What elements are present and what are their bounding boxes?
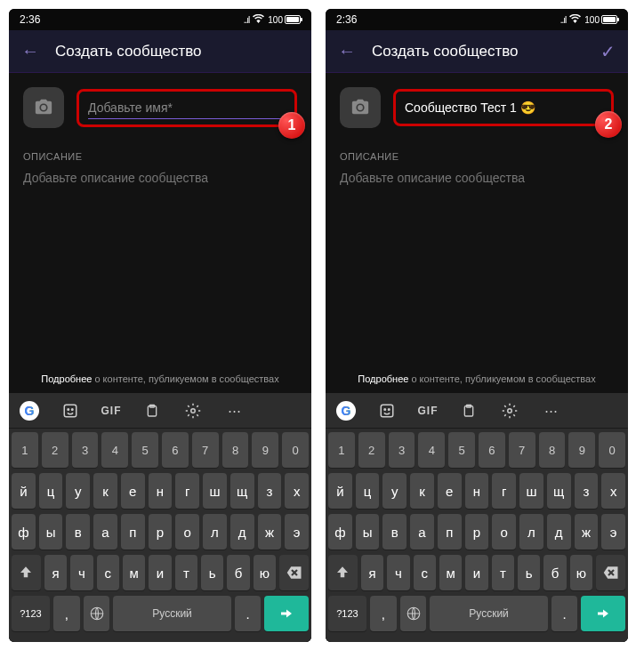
key-э[interactable]: э [285, 514, 309, 550]
period-key[interactable]: . [235, 596, 262, 631]
key-5[interactable]: 5 [132, 432, 158, 468]
key-3[interactable]: 3 [389, 432, 415, 468]
key-щ[interactable]: щ [547, 473, 571, 509]
key-6[interactable]: 6 [479, 432, 505, 468]
clipboard-icon[interactable] [139, 403, 165, 419]
settings-icon[interactable] [496, 403, 523, 419]
clipboard-icon[interactable] [455, 403, 482, 419]
key-я[interactable]: я [361, 555, 383, 590]
key-н[interactable]: н [465, 473, 489, 509]
key-6[interactable]: 6 [162, 432, 189, 468]
key-й[interactable]: й [12, 473, 36, 509]
key-с[interactable]: с [414, 555, 436, 590]
sticker-icon[interactable] [57, 403, 84, 419]
key-7[interactable]: 7 [192, 432, 219, 468]
key-ш[interactable]: ш [519, 473, 543, 509]
key-5[interactable]: 5 [448, 432, 475, 468]
key-ю[interactable]: ю [254, 555, 276, 590]
add-photo-button[interactable] [340, 87, 381, 128]
key-г[interactable]: г [492, 473, 516, 509]
key-7[interactable]: 7 [509, 432, 535, 468]
key-а[interactable]: а [93, 514, 117, 550]
confirm-check-icon[interactable]: ✓ [600, 41, 616, 62]
key-ж[interactable]: ж [258, 514, 282, 550]
footer-text[interactable]: Подробнее о контенте, публикуемом в сооб… [9, 365, 311, 393]
key-с[interactable]: с [97, 555, 119, 590]
key-р[interactable]: р [149, 514, 173, 550]
space-key[interactable]: Русский [430, 596, 547, 631]
key-у[interactable]: у [382, 473, 407, 509]
language-key[interactable] [84, 596, 110, 631]
key-ж[interactable]: ж [575, 514, 599, 550]
key-ш[interactable]: ш [203, 473, 227, 509]
language-key[interactable] [400, 596, 427, 631]
key-х[interactable]: х [285, 473, 309, 509]
google-icon[interactable]: G [16, 401, 43, 421]
back-arrow-icon[interactable]: ← [21, 41, 39, 61]
key-т[interactable]: т [175, 555, 197, 590]
key-о[interactable]: о [492, 514, 516, 550]
key-э[interactable]: э [601, 514, 625, 550]
key-3[interactable]: 3 [72, 432, 99, 468]
key-б[interactable]: б [543, 555, 566, 590]
more-icon[interactable]: ⋯ [221, 403, 247, 419]
key-ь[interactable]: ь [201, 555, 223, 590]
key-о[interactable]: о [175, 514, 199, 550]
key-г[interactable]: г [175, 473, 199, 509]
key-ч[interactable]: ч [387, 555, 409, 590]
key-1[interactable]: 1 [328, 432, 355, 468]
backspace-key[interactable] [279, 555, 309, 590]
sticker-icon[interactable] [374, 403, 400, 419]
key-к[interactable]: к [93, 473, 117, 509]
key-4[interactable]: 4 [101, 432, 128, 468]
key-а[interactable]: а [410, 514, 434, 550]
key-п[interactable]: п [438, 514, 462, 550]
key-р[interactable]: р [465, 514, 489, 550]
key-4[interactable]: 4 [418, 432, 445, 468]
key-м[interactable]: м [123, 555, 145, 590]
key-ц[interactable]: ц [39, 473, 63, 509]
key-ц[interactable]: ц [356, 473, 380, 509]
community-name-input[interactable]: Сообщество Тест 1 😎 [405, 97, 602, 118]
key-ф[interactable]: ф [328, 514, 352, 550]
shift-key[interactable] [328, 555, 358, 590]
key-я[interactable]: я [44, 555, 67, 590]
key-и[interactable]: и [465, 555, 487, 590]
description-input[interactable] [326, 167, 628, 199]
symbols-key[interactable]: ?123 [12, 596, 50, 631]
key-б[interactable]: б [227, 555, 249, 590]
description-input[interactable] [9, 167, 311, 199]
back-arrow-icon[interactable]: ← [338, 41, 356, 61]
key-й[interactable]: й [328, 473, 352, 509]
key-0[interactable]: 0 [599, 432, 625, 468]
key-т[interactable]: т [492, 555, 514, 590]
key-ы[interactable]: ы [356, 514, 380, 550]
gif-icon[interactable]: GIF [415, 405, 441, 417]
comma-key[interactable]: , [370, 596, 397, 631]
more-icon[interactable]: ⋯ [537, 403, 564, 419]
key-е[interactable]: е [121, 473, 145, 509]
symbols-key[interactable]: ?123 [328, 596, 366, 631]
key-е[interactable]: е [438, 473, 462, 509]
key-ь[interactable]: ь [518, 555, 540, 590]
community-name-input[interactable] [88, 97, 286, 119]
key-ч[interactable]: ч [70, 555, 93, 590]
key-2[interactable]: 2 [42, 432, 68, 468]
comma-key[interactable]: , [53, 596, 80, 631]
gif-icon[interactable]: GIF [98, 405, 125, 417]
key-и[interactable]: и [149, 555, 171, 590]
key-ю[interactable]: ю [570, 555, 592, 590]
period-key[interactable]: . [551, 596, 578, 631]
key-в[interactable]: в [66, 514, 90, 550]
enter-key[interactable] [581, 596, 625, 631]
shift-key[interactable] [12, 555, 41, 590]
key-щ[interactable]: щ [230, 473, 254, 509]
key-н[interactable]: н [149, 473, 173, 509]
key-д[interactable]: д [547, 514, 571, 550]
add-photo-button[interactable] [23, 87, 64, 128]
space-key[interactable]: Русский [113, 596, 230, 631]
key-9[interactable]: 9 [252, 432, 278, 468]
key-л[interactable]: л [519, 514, 543, 550]
key-з[interactable]: з [575, 473, 599, 509]
key-8[interactable]: 8 [222, 432, 249, 468]
